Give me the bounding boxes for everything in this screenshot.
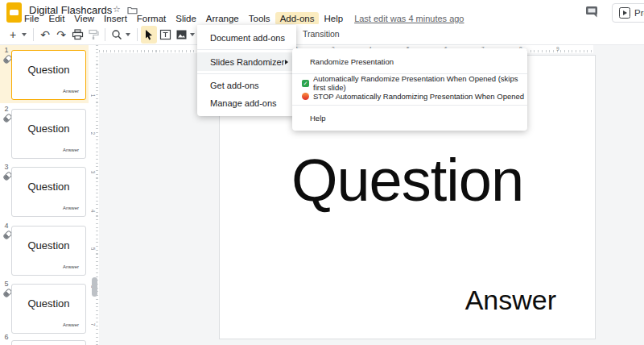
thumb-note: Answer xyxy=(63,206,79,210)
filmstrip-scrollbar[interactable] xyxy=(92,277,97,297)
menubar-item-insert[interactable]: Insert xyxy=(99,12,132,25)
transition-button[interactable]: Transition xyxy=(299,27,344,40)
menu-separator xyxy=(197,73,296,74)
menu-item-auto-randomize-off[interactable]: STOP Automatically Randomizing Presentat… xyxy=(292,89,527,102)
menubar-item-format[interactable]: Format xyxy=(132,12,171,25)
print-icon[interactable] xyxy=(69,26,85,44)
menubar-item-file[interactable]: File xyxy=(19,12,44,25)
menu-item-label: Help xyxy=(310,114,326,123)
menu-separator xyxy=(292,105,527,106)
menu-item-slides-randomizer[interactable]: Slides Randomizer xyxy=(197,52,296,71)
menu-item-label: Slides Randomizer xyxy=(210,57,284,67)
thumb-note: Answer xyxy=(63,264,79,269)
menu-item-label: Document add-ons xyxy=(210,33,285,43)
menubar-item-tools[interactable]: Tools xyxy=(244,12,275,25)
menu-item-label: Manage add-ons xyxy=(210,98,277,108)
image-dropdown-icon[interactable] xyxy=(190,33,195,36)
menu-item-manage-add-ons[interactable]: Manage add-ons xyxy=(197,94,296,112)
toolbar-separator xyxy=(137,28,138,41)
slide-number: 1 xyxy=(2,46,10,54)
thumb-title: Question xyxy=(12,239,85,251)
ruler-tick-label: 9 xyxy=(556,46,559,52)
thumb-title: Question xyxy=(12,181,85,193)
menubar-item-add-ons[interactable]: Add-ons xyxy=(275,12,320,25)
menu-item-auto-randomize-on[interactable]: ✓ Automatically Randomize Presentation W… xyxy=(292,77,527,89)
menu-item-get-add-ons[interactable]: Get add-ons xyxy=(197,77,296,94)
submenu-arrow-icon xyxy=(285,60,288,64)
slide-thumbnail-6[interactable] xyxy=(11,340,86,345)
present-play-icon xyxy=(619,7,630,19)
menubar-item-arrange[interactable]: Arrange xyxy=(201,12,244,25)
slide-thumbnail-1[interactable]: Question Answer xyxy=(11,50,86,100)
slide-number: 2 xyxy=(2,105,10,113)
paint-format-icon[interactable] xyxy=(85,26,101,44)
thumb-title: Question xyxy=(12,297,85,310)
stop-icon xyxy=(302,93,309,100)
menu-item-label: Randomize Presentation xyxy=(310,57,394,66)
menubar-item-help[interactable]: Help xyxy=(319,12,348,25)
toolbar-separator xyxy=(105,28,105,41)
slide-number: 6 xyxy=(2,333,10,341)
menubar-item-view[interactable]: View xyxy=(69,12,99,25)
select-tool-icon[interactable] xyxy=(141,26,157,44)
present-label: Present xyxy=(634,8,644,18)
zoom-dropdown-icon[interactable] xyxy=(126,33,130,36)
slide-number: 5 xyxy=(2,280,10,288)
comments-button[interactable] xyxy=(585,6,601,20)
last-edit-link[interactable]: Last edit was 4 minutes ago xyxy=(354,14,464,23)
menu-item-label: STOP Automatically Randomizing Presentat… xyxy=(313,92,524,101)
present-button[interactable]: Present xyxy=(612,3,644,23)
menu-item-label: Get add-ons xyxy=(210,81,259,90)
slide-number: 3 xyxy=(2,163,10,171)
add-ons-menu: Document add-ons Slides Randomizer Get a… xyxy=(197,25,296,116)
thumb-title: Question xyxy=(12,64,85,76)
text-box-icon[interactable] xyxy=(157,26,173,44)
thumb-note: Answer xyxy=(63,322,79,327)
insert-image-icon[interactable] xyxy=(173,26,189,44)
new-slide-button[interactable]: + xyxy=(5,26,21,44)
slide-title-text[interactable]: Question xyxy=(220,146,595,214)
menu-separator xyxy=(197,49,296,50)
undo-icon[interactable]: ↶ xyxy=(37,26,53,44)
menubar: File Edit View Insert Format Slide Arran… xyxy=(19,12,464,25)
thumb-note: Answer xyxy=(63,89,79,94)
slide-thumbnail-4[interactable]: Question Answer xyxy=(11,226,86,276)
slide-thumbnail-3[interactable]: Question Answer xyxy=(11,167,86,217)
redo-icon[interactable]: ↷ xyxy=(53,26,69,44)
thumb-note: Answer xyxy=(63,148,79,152)
slide-answer-text[interactable]: Answer xyxy=(465,285,556,316)
zoom-icon[interactable] xyxy=(109,26,125,44)
menu-item-document-add-ons[interactable]: Document add-ons xyxy=(197,29,296,47)
slide-number: 4 xyxy=(2,222,10,230)
slides-randomizer-submenu: Randomize Presentation ✓ Automatically R… xyxy=(292,48,527,131)
toolbar-separator xyxy=(33,28,34,41)
new-slide-dropdown-icon[interactable] xyxy=(22,33,27,36)
slide-thumbnail-5[interactable]: Question Answer xyxy=(11,284,86,334)
slide-thumbnail-2[interactable]: Question Answer xyxy=(11,109,86,159)
menubar-item-edit[interactable]: Edit xyxy=(44,12,70,25)
menu-item-help[interactable]: Help xyxy=(292,108,527,127)
menubar-item-slide[interactable]: Slide xyxy=(171,12,201,25)
vertical-ruler: 1 2 3 4 5 6 7 xyxy=(91,45,99,345)
slide-filmstrip: 1 Question Answer 2 Question Answer 3 Qu… xyxy=(0,45,91,345)
thumb-title: Question xyxy=(12,123,85,135)
green-check-icon: ✓ xyxy=(302,80,309,87)
menu-item-randomize-presentation[interactable]: Randomize Presentation xyxy=(292,52,527,71)
